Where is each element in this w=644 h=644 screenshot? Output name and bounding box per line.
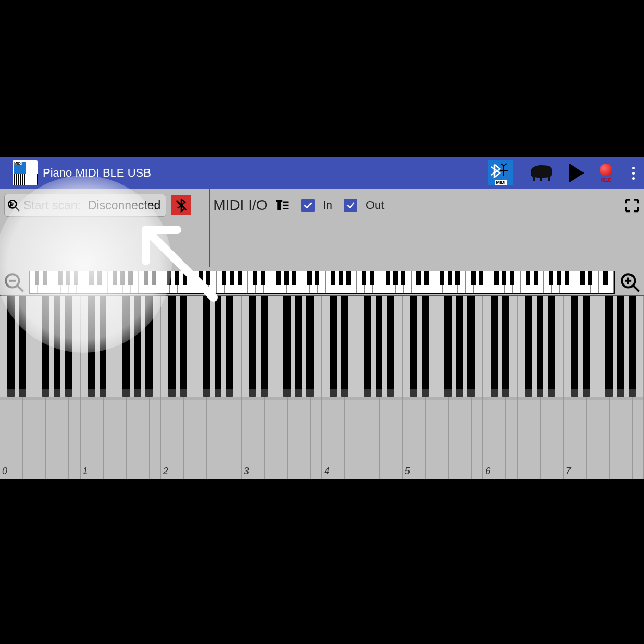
black-key[interactable] bbox=[467, 296, 474, 397]
mini-black-key[interactable] bbox=[526, 271, 530, 285]
mini-black-key[interactable] bbox=[370, 271, 374, 285]
mini-white-key[interactable] bbox=[139, 271, 146, 293]
black-key[interactable] bbox=[249, 296, 256, 397]
mini-black-key[interactable] bbox=[510, 271, 514, 285]
mini-black-key[interactable] bbox=[74, 271, 78, 285]
more-icon[interactable] bbox=[628, 163, 639, 184]
mini-black-key[interactable] bbox=[362, 271, 366, 285]
black-key[interactable] bbox=[42, 296, 49, 397]
mini-black-key[interactable] bbox=[152, 271, 156, 285]
out-checkbox[interactable] bbox=[344, 199, 357, 212]
mini-white-key[interactable] bbox=[30, 271, 38, 293]
fullscreen-icon[interactable] bbox=[624, 197, 640, 213]
white-key[interactable] bbox=[518, 296, 529, 479]
black-key[interactable] bbox=[571, 296, 578, 397]
black-key[interactable] bbox=[364, 296, 371, 397]
mini-white-key[interactable] bbox=[162, 271, 170, 293]
mini-black-key[interactable] bbox=[222, 271, 226, 285]
white-key[interactable]: 5 bbox=[403, 296, 414, 479]
black-key[interactable] bbox=[341, 296, 348, 397]
black-key[interactable] bbox=[203, 296, 210, 397]
mini-black-key[interactable] bbox=[339, 271, 343, 285]
mini-black-key[interactable] bbox=[175, 271, 179, 285]
mini-white-key[interactable] bbox=[357, 271, 365, 293]
mini-black-key[interactable] bbox=[307, 271, 312, 285]
start-scan-button[interactable]: Start scan: Disconnected bbox=[4, 194, 166, 217]
white-key[interactable]: 0 bbox=[0, 296, 11, 479]
mini-black-key[interactable] bbox=[494, 271, 499, 285]
black-key[interactable] bbox=[168, 296, 175, 397]
mini-white-key[interactable] bbox=[217, 271, 225, 293]
black-key[interactable] bbox=[145, 296, 152, 397]
mini-white-key[interactable] bbox=[380, 271, 388, 293]
mini-white-key[interactable] bbox=[521, 271, 528, 293]
white-key[interactable] bbox=[115, 296, 127, 479]
white-key[interactable] bbox=[437, 296, 449, 479]
mini-black-key[interactable] bbox=[183, 271, 187, 285]
zoom-in-icon[interactable] bbox=[620, 273, 640, 292]
black-key[interactable] bbox=[456, 296, 463, 397]
mini-black-key[interactable] bbox=[502, 271, 506, 285]
mini-black-key[interactable] bbox=[416, 271, 420, 285]
mini-black-key[interactable] bbox=[603, 271, 608, 285]
black-key[interactable] bbox=[525, 296, 532, 397]
black-key[interactable] bbox=[261, 296, 267, 397]
black-key[interactable] bbox=[100, 296, 106, 397]
mini-white-key[interactable] bbox=[466, 271, 474, 293]
black-key[interactable] bbox=[122, 296, 129, 397]
mini-white-key[interactable] bbox=[248, 271, 256, 293]
black-key[interactable] bbox=[491, 296, 498, 397]
black-key[interactable] bbox=[617, 296, 624, 397]
mini-black-key[interactable] bbox=[97, 271, 101, 285]
black-key[interactable] bbox=[54, 296, 60, 397]
mini-black-key[interactable] bbox=[580, 271, 584, 285]
mini-white-key[interactable] bbox=[544, 271, 552, 293]
mini-black-key[interactable] bbox=[167, 271, 171, 285]
black-key[interactable] bbox=[7, 296, 14, 397]
mini-black-key[interactable] bbox=[43, 271, 47, 285]
black-key[interactable] bbox=[548, 296, 555, 397]
mini-black-key[interactable] bbox=[199, 271, 203, 285]
mini-black-key[interactable] bbox=[534, 271, 538, 285]
black-key[interactable] bbox=[65, 296, 72, 397]
mini-black-key[interactable] bbox=[58, 271, 63, 285]
black-key[interactable] bbox=[605, 296, 612, 397]
mini-black-key[interactable] bbox=[393, 271, 398, 285]
mini-black-key[interactable] bbox=[401, 271, 405, 285]
white-key[interactable] bbox=[34, 296, 46, 479]
grand-piano-icon[interactable] bbox=[529, 162, 554, 184]
in-checkbox[interactable] bbox=[301, 199, 315, 212]
mini-white-key[interactable] bbox=[435, 271, 443, 293]
mini-white-key[interactable] bbox=[489, 271, 497, 293]
mini-black-key[interactable] bbox=[66, 271, 70, 285]
mini-black-key[interactable] bbox=[565, 271, 569, 285]
mini-white-key[interactable] bbox=[302, 271, 310, 293]
mini-black-key[interactable] bbox=[386, 271, 390, 285]
mini-black-key[interactable] bbox=[479, 271, 483, 285]
white-key[interactable]: 1 bbox=[81, 296, 92, 479]
mini-white-key[interactable] bbox=[108, 271, 116, 293]
mini-black-key[interactable] bbox=[144, 271, 148, 285]
black-key[interactable] bbox=[226, 296, 233, 397]
black-key[interactable] bbox=[422, 296, 428, 397]
mini-black-key[interactable] bbox=[276, 271, 280, 285]
black-key[interactable] bbox=[295, 296, 302, 397]
bluetooth-disabled-button[interactable] bbox=[171, 195, 191, 215]
black-key[interactable] bbox=[410, 296, 417, 397]
mini-black-key[interactable] bbox=[448, 271, 452, 285]
mini-keyboard[interactable] bbox=[29, 271, 615, 294]
mini-white-key[interactable] bbox=[84, 271, 92, 293]
mini-white-key[interactable] bbox=[193, 271, 201, 293]
mini-black-key[interactable] bbox=[588, 271, 592, 285]
black-key[interactable] bbox=[134, 296, 141, 397]
mini-black-key[interactable] bbox=[89, 271, 93, 285]
mini-black-key[interactable] bbox=[35, 271, 39, 285]
mini-black-key[interactable] bbox=[440, 271, 444, 285]
black-key[interactable] bbox=[376, 296, 382, 397]
white-key[interactable]: 2 bbox=[161, 296, 172, 479]
mini-white-key[interactable] bbox=[575, 271, 583, 293]
white-key[interactable] bbox=[276, 296, 288, 479]
mini-black-key[interactable] bbox=[128, 271, 132, 285]
black-key[interactable] bbox=[330, 296, 337, 397]
mini-black-key[interactable] bbox=[424, 271, 428, 285]
